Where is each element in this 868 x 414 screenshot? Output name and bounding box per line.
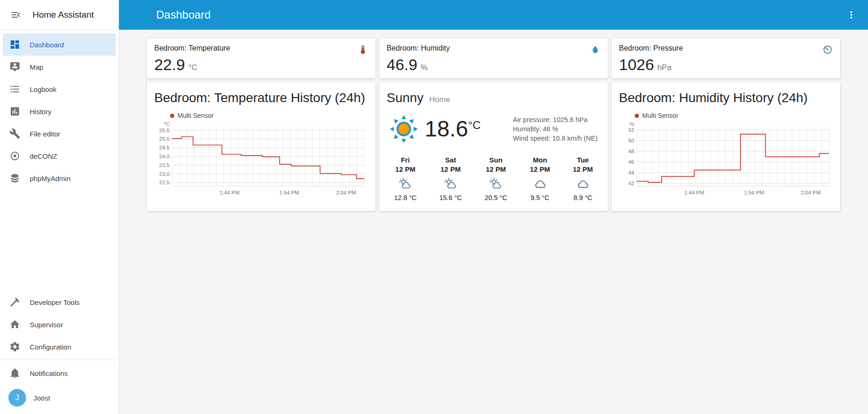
sidebar-item-logbook[interactable]: Logbook [3,78,116,100]
forecast-time: 12 PM [530,165,550,174]
forecast-temp: 9.5 °C [530,194,550,201]
svg-text:25.5: 25.5 [159,128,170,133]
svg-text:24.5: 24.5 [159,145,170,150]
cloudy-icon [533,177,547,191]
sidebar-item-label: File editor [30,130,60,138]
sidebar-item-label: History [30,108,52,116]
sidebar-item-phpmyadmin[interactable]: phpMyAdmin [3,167,116,189]
svg-text:52: 52 [628,127,634,133]
sensor-card-temperature[interactable]: Bedroom: Temperature 22.9 °C [147,39,375,78]
sidebar-item-label: Dashboard [30,41,64,49]
sidebar-item-file-editor[interactable]: File editor [3,123,116,145]
sensor-unit: % [421,63,427,72]
forecast-column: Fri 12 PM 12.8 °C [394,155,417,201]
menu-open-icon[interactable] [7,6,25,24]
weather-card[interactable]: Sunny Home [379,82,608,211]
weather-location: Home [429,95,450,104]
svg-text:46: 46 [628,159,634,165]
weather-attr-pressure: Air pressure: 1025.8 hPa [513,115,598,124]
weather-temperature-value: 18.6 [425,118,468,140]
legend-dot [170,114,174,118]
humidity-history-chart: 525048464442%1:44 PM1:54 PM2:04 PM [619,120,833,200]
svg-text:1:44 PM: 1:44 PM [684,190,704,195]
wrench-icon [9,128,20,139]
sensor-unit: hPa [658,63,671,72]
weather-attributes: Air pressure: 1025.8 hPa Humidity: 46 % … [513,115,598,143]
sidebar-item-supervisor[interactable]: Supervisor [3,313,116,336]
cloudy-icon [576,177,590,191]
svg-text:°C: °C [164,121,170,127]
forecast-column: Mon 12 PM 9.5 °C [530,155,550,201]
sidebar-item-dashboard[interactable]: Dashboard [3,33,116,56]
svg-text:1:54 PM: 1:54 PM [279,190,299,195]
sidebar-item-label: phpMyAdmin [30,175,71,182]
sidebar-nav: Dashboard Map Logbook History File edito… [0,30,118,360]
svg-text:2:04 PM: 2:04 PM [801,190,821,195]
sensor-title: Bedroom: Temperature [154,44,230,52]
sensor-card-humidity[interactable]: Bedroom: Humidity 46.9 % [379,39,608,78]
weather-forecast: Fri 12 PM 12.8 °C Sat 12 PM 15.6 °C [387,155,600,201]
forecast-time: 12 PM [439,165,462,174]
home-assistant-app: Home Assistant Dashboard Map Logbook His… [0,0,868,414]
sidebar-item-profile[interactable]: J Joost [3,384,116,411]
panel-title: Bedroom: Temperature History (24h) [154,91,368,105]
home-icon [9,319,20,330]
forecast-day: Sun [485,155,507,165]
sidebar-item-notifications[interactable]: Notifications [3,362,116,384]
sidebar-item-developer-tools[interactable]: Developer Tools [3,291,116,313]
chart-legend: Multi Sensor [170,112,368,119]
svg-text:42: 42 [628,181,634,186]
sensor-title: Bedroom: Pressure [619,44,683,52]
avatar: J [8,389,26,407]
view-dashboard-icon [9,39,20,50]
weather-state: Sunny [387,91,423,105]
forecast-day: Fri [394,155,417,165]
profile-name: Joost [33,394,50,402]
humidity-history-card: Bedroom: Humidity History (24h) Multi Se… [612,82,840,211]
sidebar-item-label: Notifications [30,369,68,377]
forecast-column: Sat 12 PM 15.6 °C [439,155,462,201]
water-drop-icon [590,45,600,55]
svg-text:1:54 PM: 1:54 PM [744,190,764,195]
forecast-temp: 15.6 °C [439,194,462,201]
svg-text:23.5: 23.5 [159,162,170,168]
legend-label: Multi Sensor [178,112,214,119]
svg-text:24.0: 24.0 [159,154,170,159]
partly-cloudy-icon [398,177,412,191]
sunny-icon [388,114,419,144]
overflow-menu-icon[interactable] [841,5,861,25]
sidebar-item-map[interactable]: Map [3,56,116,78]
gear-icon [9,341,20,352]
sidebar-item-configuration[interactable]: Configuration [3,336,116,358]
forecast-time: 12 PM [394,165,417,174]
sidebar-item-label: Developer Tools [30,298,79,306]
top-bar: Dashboard [119,0,868,30]
sensor-value: 1026 [619,56,654,74]
sidebar-item-history[interactable]: History [3,100,116,123]
svg-text:22.5: 22.5 [159,180,170,185]
weather-temperature: 18.6°C [425,118,480,140]
forecast-column: Sun 12 PM 20.5 °C [485,155,507,201]
bell-icon [9,368,20,379]
gauge-icon [822,45,833,55]
weather-attr-humidity: Humidity: 46 % [513,124,598,134]
svg-text:50: 50 [628,138,634,143]
legend-label: Multi Sensor [642,112,678,119]
legend-dot [635,114,639,118]
sidebar-item-deconz[interactable]: deCONZ [3,145,116,167]
weather-attr-wind: Wind speed: 10.8 km/h (NE) [513,134,598,143]
sidebar-spacer [0,189,118,291]
sidebar-item-label: Configuration [30,343,71,351]
hammer-icon [9,297,20,308]
forecast-day: Mon [530,155,550,165]
sidebar-header: Home Assistant [0,0,118,30]
svg-text:2:04 PM: 2:04 PM [336,190,356,195]
partly-cloudy-icon [444,177,458,191]
sensor-card-pressure[interactable]: Bedroom: Pressure 1026 hPa [612,39,840,78]
panel-title: Bedroom: Humidity History (24h) [619,91,833,105]
sensor-value: 22.9 [154,56,185,74]
sidebar-footer: Notifications J Joost [0,360,118,414]
sidebar-item-label: Supervisor [30,321,63,329]
thermometer-icon [358,45,368,55]
map-account-icon [9,61,20,72]
